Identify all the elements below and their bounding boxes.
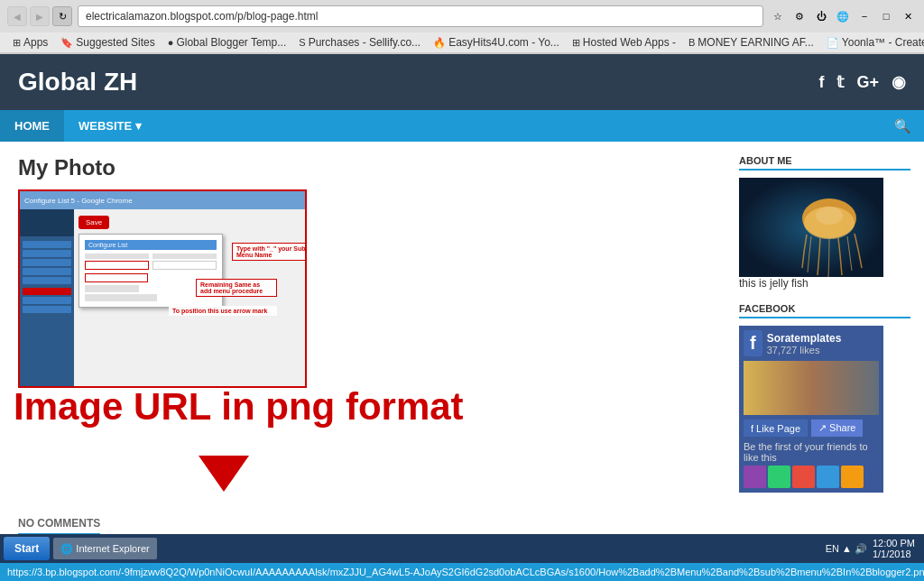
about-section-title: ABOUT ME [739, 155, 910, 171]
blogger-label: Global Blogger Temp... [176, 36, 286, 49]
screenshot-body: Save Configure List [20, 209, 305, 386]
fb-avatar-3 [792, 466, 815, 488]
star-icon[interactable]: ☆ [769, 7, 787, 25]
address-bar[interactable]: electricalamazon.blogspot.com/p/blog-pag… [78, 5, 763, 27]
bookmark-money[interactable]: B MONEY EARNING AF... [683, 34, 819, 51]
fb-header: f Soratemplates 37,727 likes [744, 330, 879, 356]
maximize-icon[interactable]: □ [877, 7, 895, 25]
bookmark-suggested[interactable]: 🔖 Suggested Sites [55, 34, 160, 51]
taskbar: Start 🌐 Internet Explorer EN ▲ 🔊 12:00 P… [0, 534, 924, 563]
annotation-1: Type with "_" your Sub Menu Name [232, 243, 307, 261]
minimize-icon[interactable]: − [855, 7, 873, 25]
off-icon[interactable]: ⏻ [812, 7, 830, 25]
taskbar-items: 🌐 Internet Explorer [53, 538, 819, 559]
sellify-label: Purchases - Sellify.co... [309, 36, 421, 49]
bookmark-hosted[interactable]: ⊞ Hosted Web Apps - [567, 34, 681, 51]
fb-actions: f Like Page ↗ Share [744, 420, 879, 437]
screenshot-sidebar [20, 209, 74, 386]
overlay-text: Image URL in png format [14, 388, 464, 397]
fb-avatar-5 [841, 466, 864, 488]
ie-icon: 🌐 [834, 7, 852, 25]
screenshot-main-area: Save Configure List [74, 209, 305, 386]
post-image-container: Configure List 5 - Google Chrome [18, 189, 716, 388]
hosted-icon: ⊞ [572, 37, 580, 49]
easyhits-label: EasyHits4U.com - Yo... [448, 36, 559, 49]
main-layout: My Photo Configure List 5 - Google Chrom… [0, 142, 924, 581]
status-url: https://3.bp.blogspot.com/-9fmjzwv8Q2Q/W… [7, 567, 924, 577]
nav-search-icon[interactable]: 🔍 [882, 111, 924, 142]
post-title: My Photo [18, 155, 716, 180]
money-label: MONEY EARNING AF... [698, 36, 813, 49]
yoonla-label: Yoonla™ - Create a L... [842, 36, 924, 49]
screenshot-save-btn: Save [79, 214, 300, 234]
site-nav: HOME WEBSITE ▾ 🔍 [0, 110, 924, 142]
browser-top-bar: ◀ ▶ ↻ electricalamazon.blogspot.com/p/bl… [0, 0, 924, 32]
address-text: electricalamazon.blogspot.com/p/blog-pag… [86, 10, 318, 23]
facebook-section-title: FACEBOOK [739, 303, 910, 318]
tray-time: 12:00 PM1/1/2018 [873, 538, 915, 559]
nav-home[interactable]: HOME [0, 110, 64, 142]
fb-logo: f [744, 330, 762, 356]
facebook-social-icon[interactable]: f [818, 73, 824, 92]
fb-avatar-1 [744, 466, 766, 488]
annotation-3: To position this use arrow mark [169, 306, 277, 316]
forward-button[interactable]: ▶ [30, 6, 50, 26]
tools-icon[interactable]: ⚙ [790, 7, 808, 25]
start-button[interactable]: Start [4, 537, 50, 560]
status-bar: https://3.bp.blogspot.com/-9fmjzwv8Q2Q/W… [0, 563, 924, 581]
facebook-widget: f Soratemplates 37,727 likes f Like Page… [739, 326, 883, 493]
arrow-down-indicator [199, 456, 249, 492]
bookmark-sellify[interactable]: S Purchases - Sellify.co... [293, 34, 426, 51]
site-header: Global ZH f 𝕥 G+ ◉ [0, 54, 924, 110]
rss-social-icon[interactable]: ◉ [892, 72, 906, 92]
apps-grid-icon: ⊞ [13, 37, 21, 49]
blogger-icon: ● [168, 37, 174, 48]
back-button[interactable]: ◀ [7, 6, 27, 26]
fb-friends-text: Be the first of your friends to like thi… [744, 441, 879, 463]
fb-page-name: Soratemplates [767, 332, 842, 345]
apps-label: Apps [23, 36, 48, 49]
fb-avatars [744, 466, 879, 488]
fb-like-button[interactable]: f Like Page [744, 420, 808, 437]
jellyfish-svg [739, 178, 883, 277]
comments-header: NO COMMENTS [18, 517, 100, 535]
googleplus-social-icon[interactable]: G+ [856, 73, 879, 92]
fb-page-info: Soratemplates 37,727 likes [767, 332, 842, 355]
refresh-button[interactable]: ↻ [52, 6, 72, 26]
close-icon[interactable]: ✕ [899, 7, 917, 25]
content-area: My Photo Configure List 5 - Google Chrom… [14, 142, 730, 581]
sellify-icon: S [299, 37, 305, 48]
bookmark-yoonla[interactable]: 📄 Yoonla™ - Create a L... [821, 34, 924, 51]
fb-preview-bg [744, 361, 879, 415]
bookmarks-bar: ⊞ Apps 🔖 Suggested Sites ● Global Blogge… [0, 32, 924, 53]
website: Global ZH f 𝕥 G+ ◉ HOME WEBSITE ▾ 🔍 My P… [0, 54, 924, 581]
bookmark-blogger[interactable]: ● Global Blogger Temp... [162, 34, 292, 51]
nav-buttons: ◀ ▶ ↻ [7, 6, 72, 26]
easyhits-icon: 🔥 [433, 37, 446, 49]
fb-share-button[interactable]: ↗ Share [811, 420, 863, 437]
browser-icons: ☆ ⚙ ⏻ 🌐 − □ ✕ [769, 7, 917, 25]
about-section: ABOUT ME [739, 155, 910, 290]
bookmark-apps[interactable]: ⊞ Apps [7, 34, 53, 51]
twitter-social-icon[interactable]: 𝕥 [836, 72, 844, 92]
screenshot-sidebar-header [20, 209, 74, 236]
social-links: f 𝕥 G+ ◉ [818, 72, 906, 92]
suggested-label: Suggested Sites [76, 36, 154, 49]
browser-chrome: ◀ ▶ ↻ electricalamazon.blogspot.com/p/bl… [0, 0, 924, 54]
ie-taskbar-icon: 🌐 [60, 543, 73, 555]
annotation-2: Remaining Same as add menu procedure [196, 279, 277, 297]
fb-avatar-4 [817, 466, 839, 488]
post-screenshot: Configure List 5 - Google Chrome [18, 189, 307, 388]
tray-icons: EN ▲ 🔊 [826, 543, 867, 555]
screenshot-toolbar: Configure List 5 - Google Chrome [20, 191, 305, 209]
sidebar: ABOUT ME [730, 142, 910, 581]
yoonla-icon: 📄 [827, 37, 839, 49]
jellyfish-image [739, 178, 883, 277]
dropdown-arrow-icon: ▾ [135, 119, 142, 133]
taskbar-item-ie[interactable]: 🌐 Internet Explorer [53, 538, 156, 559]
hosted-label: Hosted Web Apps - [583, 36, 676, 49]
nav-website[interactable]: WEBSITE ▾ [64, 110, 156, 142]
svg-point-3 [816, 207, 843, 225]
bookmark-easyhits[interactable]: 🔥 EasyHits4U.com - Yo... [428, 34, 565, 51]
fb-likes: 37,727 likes [767, 345, 842, 355]
